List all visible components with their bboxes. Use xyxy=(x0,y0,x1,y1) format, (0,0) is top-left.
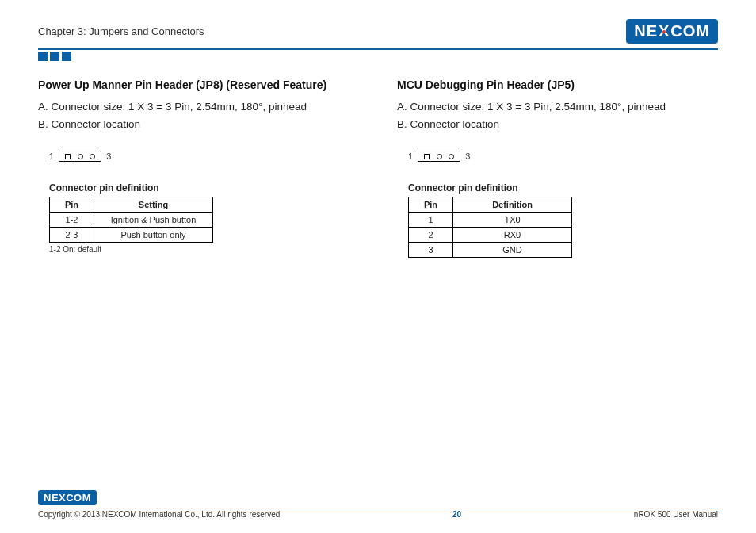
nexcom-logo: NEXCOM xyxy=(626,19,718,44)
chapter-title: Chapter 3: Jumpers and Connectors xyxy=(38,25,204,37)
logo-text-left: NE xyxy=(634,22,658,40)
decorative-squares xyxy=(38,52,718,61)
section-title-jp5: MCU Debugging Pin Header (JP5) xyxy=(397,79,718,91)
jp5-pin-table: Pin Definition 1 TX0 2 RX0 3 GND xyxy=(408,197,572,258)
cell-pin: 3 xyxy=(409,243,453,258)
jp8-pin-header-icon xyxy=(59,151,101,162)
section-title-jp8: Power Up Manner Pin Header (JP8) (Reserv… xyxy=(38,79,359,91)
th-pin: Pin xyxy=(409,197,453,213)
pin-square-icon xyxy=(65,154,71,159)
th-setting: Setting xyxy=(94,197,213,213)
cell-pin: 2 xyxy=(409,228,453,243)
cell-def: RX0 xyxy=(453,228,572,243)
jp8-connector-diagram: 1 3 xyxy=(49,151,359,162)
cell-def: TX0 xyxy=(453,213,572,228)
logo-text-left: NE xyxy=(44,492,59,504)
jp8-table-heading: Connector pin definition xyxy=(49,182,359,194)
cell-setting: Ignition & Push button xyxy=(94,213,213,228)
th-pin: Pin xyxy=(50,197,94,213)
logo-text-right: COM xyxy=(670,22,710,40)
footer-rule xyxy=(38,508,718,509)
jp8-pin3-label: 3 xyxy=(106,151,111,161)
header-rule xyxy=(38,48,718,50)
page-number: 20 xyxy=(452,510,461,519)
pin-circle-icon xyxy=(437,154,442,159)
jp8-pin1-label: 1 xyxy=(49,151,54,161)
copyright-text: Copyright © 2013 NEXCOM International Co… xyxy=(38,510,280,519)
jp5-pin1-label: 1 xyxy=(408,151,413,161)
jp8-pin-table: Pin Setting 1-2 Ignition & Push button 2… xyxy=(49,197,213,243)
logo-text-x: X xyxy=(659,22,670,40)
cell-def: GND xyxy=(453,243,572,258)
cell-pin: 2-3 xyxy=(50,228,94,243)
table-row: 3 GND xyxy=(409,243,572,258)
document-title: nROK 500 User Manual xyxy=(634,510,718,519)
pin-circle-icon xyxy=(78,154,83,159)
pin-circle-icon xyxy=(90,154,95,159)
pin-circle-icon xyxy=(449,154,454,159)
left-column: Power Up Manner Pin Header (JP8) (Reserv… xyxy=(38,79,359,258)
jp8-line-a: A. Connector size: 1 X 3 = 3 Pin, 2.54mm… xyxy=(38,99,359,115)
table-header-row: Pin Definition xyxy=(409,197,572,213)
jp8-default-note: 1-2 On: default xyxy=(49,245,359,254)
table-row: 2 RX0 xyxy=(409,228,572,243)
pin-square-icon xyxy=(424,154,430,159)
jp5-line-a: A. Connector size: 1 X 3 = 3 Pin, 2.54mm… xyxy=(397,99,718,115)
table-row: 1-2 Ignition & Push button xyxy=(50,213,213,228)
jp5-pin-header-icon xyxy=(418,151,460,162)
table-header-row: Pin Setting xyxy=(50,197,213,213)
cell-pin: 1-2 xyxy=(50,213,94,228)
th-definition: Definition xyxy=(453,197,572,213)
logo-text-x: X xyxy=(59,492,66,504)
jp5-connector-diagram: 1 3 xyxy=(408,151,718,162)
jp5-pin3-label: 3 xyxy=(465,151,470,161)
logo-text-right: COM xyxy=(66,492,91,504)
table-row: 2-3 Push button only xyxy=(50,228,213,243)
right-column: MCU Debugging Pin Header (JP5) A. Connec… xyxy=(397,79,718,258)
cell-setting: Push button only xyxy=(94,228,213,243)
nexcom-logo-footer: NEXCOM xyxy=(38,490,97,505)
jp5-line-b: B. Connector location xyxy=(397,117,718,132)
jp5-table-heading: Connector pin definition xyxy=(408,182,718,194)
cell-pin: 1 xyxy=(409,213,453,228)
table-row: 1 TX0 xyxy=(409,213,572,228)
jp8-line-b: B. Connector location xyxy=(38,117,359,132)
